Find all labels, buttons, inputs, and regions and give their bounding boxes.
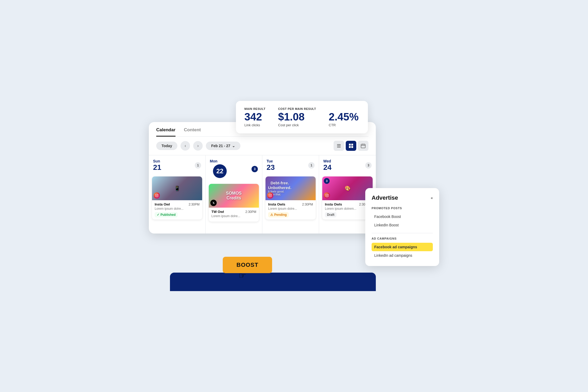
mon-number: 22 <box>213 164 227 178</box>
post-info-mon-1: TW Owl 2:30PM Lorem ipsum dolre... <box>209 208 259 222</box>
post-time-mon: 2:30PM <box>245 210 256 214</box>
twitter-icon-mon: 𝕏 <box>210 200 217 206</box>
tue-badge: 1 <box>308 162 315 169</box>
warning-icon: ⚠ <box>270 213 273 217</box>
cost-value: $1.08 <box>278 111 316 122</box>
cost-sublabel: Cost per click <box>278 123 316 127</box>
wed-number: 24 <box>323 163 331 172</box>
post-image-mon-1: SOMOSCredits 𝕏 <box>209 184 259 208</box>
tue-number: 23 <box>267 163 275 172</box>
day-header-sun: Sun 21 1 <box>149 155 205 173</box>
sun-badge: 1 <box>195 162 201 169</box>
svg-rect-2 <box>337 147 341 147</box>
instagram-icon-sun <box>154 192 160 199</box>
chevron-right-icon: › <box>197 143 199 148</box>
day-column-mon: Mon 22 3 SOMOSCredits 𝕏 <box>206 155 262 234</box>
post-card-sun-1[interactable]: 📱 Insta Owl 2:30PM Lorem ipsum dolre... <box>152 176 202 220</box>
post-desc-wed: Lorem ipsum dolrem... <box>325 207 370 211</box>
post-desc-mon: Lorem ipsum dolre... <box>211 214 256 218</box>
svg-rect-9 <box>364 144 364 145</box>
day-column-tue: Tue 23 1 Debt-free.Unbothered. It feels … <box>262 155 319 234</box>
cursor-icon: ☞ <box>239 270 272 281</box>
day-header-wed: Wed 24 3 <box>319 155 376 173</box>
chevron-left-icon: ‹ <box>185 143 186 148</box>
post-info-tue-1: Insta Owls 2:30PM Lorem ipsum dolre... ⚠… <box>265 200 316 220</box>
main-result-value: 342 <box>244 111 265 122</box>
main-result-label: MAIN RESULT <box>244 107 265 110</box>
divider <box>372 233 433 233</box>
wed-info: Wed 24 <box>323 159 363 172</box>
next-button[interactable]: › <box>193 141 203 151</box>
chevron-down-icon: ⌄ <box>232 144 235 148</box>
calendar-toolbar: Today ‹ › Feb 21 - 27 ⌄ <box>149 137 376 155</box>
linkedin-ad-item[interactable]: LinkedIn ad campaigns <box>372 251 433 260</box>
post-image-sun-1: 📱 <box>152 176 202 200</box>
post-title-row-tue: Insta Owls 2:30PM <box>268 202 313 206</box>
instagram-icon-wed <box>324 192 330 199</box>
linkedin-boost-item[interactable]: LinkedIn Boost <box>372 221 433 229</box>
grid-icon <box>349 143 353 148</box>
calendar-grid: Sun 21 1 📱 <box>149 155 376 234</box>
advertise-panel: Advertise « PROMOTED POSTS Facebook Boos… <box>365 188 439 266</box>
svg-rect-5 <box>349 146 351 148</box>
sun-content: 📱 Insta Owl 2:30PM Lorem ipsum dolre... <box>149 173 205 226</box>
post-card-mon-1[interactable]: SOMOSCredits 𝕏 TW Owl 2:30PM Lorem ipsum… <box>209 184 259 222</box>
facebook-ad-item[interactable]: Facebook ad campaigns <box>372 243 433 251</box>
status-badge-tue: ⚠ Pending <box>268 212 289 217</box>
prev-button[interactable]: ‹ <box>181 141 190 151</box>
stat-cost: COST PER MAIN RESULT $1.08 Cost per clic… <box>278 107 316 127</box>
post-name-wed: Insta Owls <box>325 202 342 206</box>
status-badge-wed: Draft <box>325 212 336 217</box>
svg-rect-10 <box>361 145 365 146</box>
sun-number: 21 <box>153 163 161 172</box>
wed-badge: 3 <box>365 162 372 169</box>
advertise-title: Advertise <box>372 194 398 201</box>
svg-rect-8 <box>362 144 363 145</box>
sun-name: Sun <box>153 159 161 163</box>
sun-info: Sun 21 <box>153 159 193 172</box>
calendar-icon <box>361 143 366 148</box>
mon-badge: 3 <box>252 166 258 172</box>
tab-content[interactable]: Content <box>184 127 201 137</box>
date-range-text: Feb 21 - 27 <box>211 144 230 148</box>
cost-label: COST PER MAIN RESULT <box>278 107 316 110</box>
view-btn-group <box>334 141 368 151</box>
svg-rect-1 <box>337 146 341 146</box>
post-time-tue: 2:30PM <box>302 203 313 206</box>
day-column-sun: Sun 21 1 📱 <box>149 155 206 234</box>
post-card-tue-1[interactable]: Debt-free.Unbothered. It feels good.Be t… <box>265 176 316 220</box>
svg-rect-6 <box>351 146 353 148</box>
list-view-button[interactable] <box>334 141 344 151</box>
post-desc-tue: Lorem ipsum dolre... <box>268 207 313 211</box>
calendar-view-button[interactable] <box>358 141 368 151</box>
post-title-row-sun: Insta Owl 2:30PM <box>155 202 200 206</box>
post-badge-wed: 3 <box>324 178 330 184</box>
status-badge-sun: ✓ Published <box>155 212 178 217</box>
svg-rect-7 <box>361 144 365 148</box>
post-image-tue-1: Debt-free.Unbothered. It feels good.Be t… <box>265 176 316 200</box>
promoted-posts-label: PROMOTED POSTS <box>372 207 433 210</box>
date-range-button[interactable]: Feb 21 - 27 ⌄ <box>206 142 240 150</box>
facebook-boost-item[interactable]: Facebook Boost <box>372 212 433 221</box>
post-name-sun: Insta Owl <box>155 202 170 206</box>
day-header-mon: Mon 22 3 <box>206 155 262 181</box>
svg-rect-3 <box>349 144 351 146</box>
today-button[interactable]: Today <box>156 142 177 150</box>
grid-view-button[interactable] <box>346 141 356 151</box>
blue-bar <box>170 273 376 291</box>
wed-name: Wed <box>323 159 331 163</box>
ctr-sublabel: CTR <box>329 123 359 127</box>
svg-rect-4 <box>351 144 353 146</box>
stat-main-result: MAIN RESULT 342 Link clicks <box>244 107 265 127</box>
ad-campaigns-label: AD CAMPAIGNS <box>372 237 433 240</box>
mon-name: Mon <box>210 159 230 163</box>
main-result-sublabel: Link clicks <box>244 123 265 127</box>
collapse-button[interactable]: « <box>431 196 433 200</box>
post-time-sun: 2:30PM <box>189 203 200 206</box>
tab-calendar[interactable]: Calendar <box>156 127 176 137</box>
post-title-row-wed: Insta Owls 2:30PM <box>325 202 370 206</box>
stats-card: MAIN RESULT 342 Link clicks COST PER MAI… <box>236 101 368 133</box>
post-desc-sun: Lorem ipsum dolre... <box>155 207 200 211</box>
stat-ctr: 2.45% CTR <box>329 107 359 127</box>
ctr-label-empty <box>329 107 359 110</box>
